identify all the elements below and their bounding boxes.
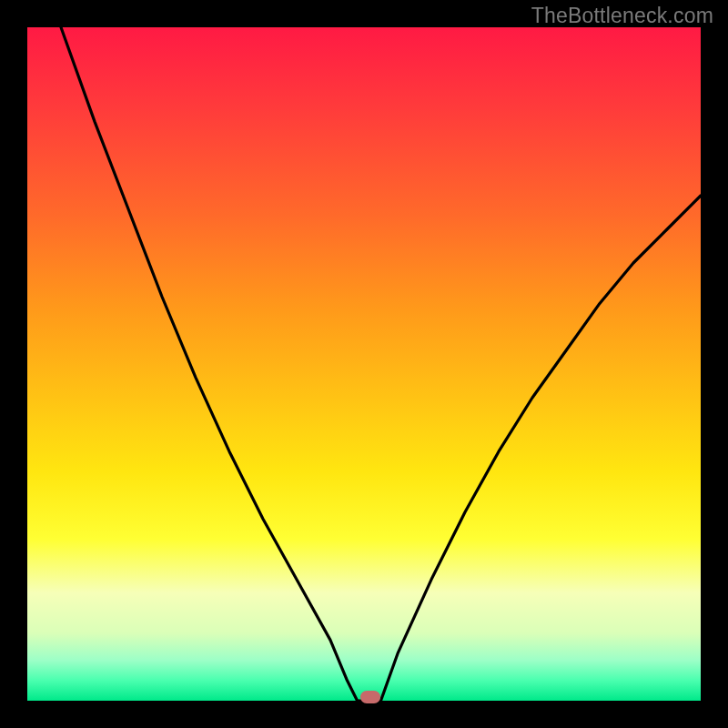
curve-path	[61, 27, 701, 701]
plot-area	[27, 27, 701, 701]
watermark-text: TheBottleneck.com	[531, 4, 713, 28]
optimal-point-marker	[360, 691, 380, 703]
bottleneck-curve	[27, 27, 701, 701]
chart-frame: TheBottleneck.com	[0, 0, 728, 728]
